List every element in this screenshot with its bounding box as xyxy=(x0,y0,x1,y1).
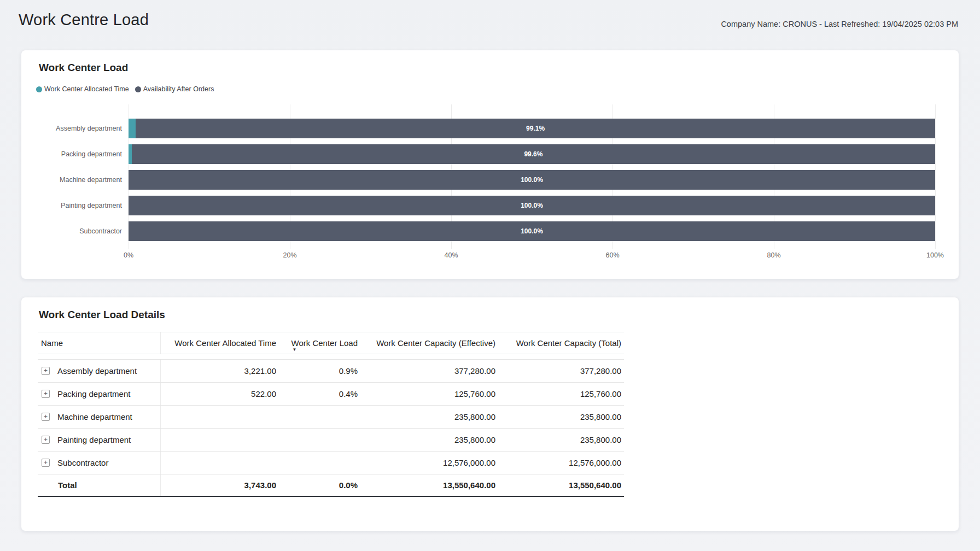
x-axis-tick-label: 40% xyxy=(429,251,473,259)
chart-card: Work Center Load Work Center Allocated T… xyxy=(21,50,959,279)
capacity-effective-cell: 235,800.00 xyxy=(360,435,498,444)
capacity-effective-cell: 12,576,000.00 xyxy=(360,458,498,467)
category-label: Packing department xyxy=(21,144,122,164)
allocated-time-cell: 3,221.00 xyxy=(161,366,279,376)
table-total-row: Total3,743.000.0%13,550,640.0013,550,640… xyxy=(38,474,624,497)
x-axis-tick-label: 100% xyxy=(913,251,957,259)
total-row-label: Total xyxy=(41,480,77,490)
capacity-total-cell: 235,800.00 xyxy=(498,435,624,444)
column-header-label: Work Center Capacity (Effective) xyxy=(376,338,495,348)
category-label: Subcontractor xyxy=(21,221,122,241)
column-header-name[interactable]: Name xyxy=(38,332,161,354)
bar-data-label: 100.0% xyxy=(521,227,543,235)
column-header-work-center-allocated-time[interactable]: Work Center Allocated Time xyxy=(161,338,279,348)
bar-chart-plot: 0%20%40%60%80%100%Assembly department99.… xyxy=(21,50,959,279)
category-label: Painting department xyxy=(21,196,122,215)
column-header-work-center-capacity-total[interactable]: Work Center Capacity (Total) xyxy=(498,338,624,348)
chart-bar-row: Subcontractor100.0% xyxy=(21,221,959,241)
work-center-details-table: NameWork Center Allocated TimeWork Cente… xyxy=(38,332,624,497)
x-axis-tick-label: 60% xyxy=(591,251,634,259)
table-title: Work Center Load Details xyxy=(39,309,165,321)
sort-descending-icon: ▼ xyxy=(293,347,297,352)
bar-track: 99.6% xyxy=(129,144,935,164)
bar-data-label: 99.6% xyxy=(524,150,542,158)
row-name-label: Machine department xyxy=(57,412,132,421)
company-refresh-info: Company Name: CRONUS - Last Refreshed: 1… xyxy=(721,20,958,28)
table-row: +Machine department235,800.00235,800.00 xyxy=(38,405,624,428)
chart-bar-row: Painting department100.0% xyxy=(21,196,959,215)
row-name-label: Painting department xyxy=(57,435,131,444)
column-header-label: Work Center Load▼ xyxy=(291,338,358,348)
row-name-cell: +Packing department xyxy=(38,383,161,405)
table-row: +Painting department235,800.00235,800.00 xyxy=(38,428,624,451)
capacity-total-cell: 377,280.00 xyxy=(498,366,624,376)
bar-track: 100.0% xyxy=(129,196,935,215)
bar-data-label: 99.1% xyxy=(526,125,545,132)
x-axis-tick-label: 20% xyxy=(268,251,312,259)
bar-data-label: 100.0% xyxy=(521,176,543,184)
table-card: Work Center Load Details NameWork Center… xyxy=(21,297,959,531)
load-percent-cell: 0.4% xyxy=(279,389,360,398)
table-header-row: NameWork Center Allocated TimeWork Cente… xyxy=(38,332,624,354)
expand-row-icon[interactable]: + xyxy=(42,413,50,421)
category-label: Machine department xyxy=(21,170,122,190)
column-header-work-center-load[interactable]: Work Center Load▼ xyxy=(279,338,360,348)
x-axis-tick-label: 0% xyxy=(107,251,150,259)
x-axis-tick-label: 80% xyxy=(752,251,796,259)
bar-segment-availability-after-orders[interactable]: 100.0% xyxy=(129,221,935,241)
bar-segment-availability-after-orders[interactable]: 99.1% xyxy=(136,119,935,138)
row-name-label: Packing department xyxy=(57,389,130,398)
page-header: Work Centre Load Company Name: CRONUS - … xyxy=(0,0,980,41)
column-header-label: Work Center Capacity (Total) xyxy=(516,338,621,348)
table-row: +Assembly department3,221.000.9%377,280.… xyxy=(38,359,624,382)
row-name-label: Subcontractor xyxy=(57,458,108,467)
allocated-time-cell: 522.00 xyxy=(161,389,279,398)
bar-data-label: 100.0% xyxy=(521,202,543,209)
table-row: +Subcontractor12,576,000.0012,576,000.00 xyxy=(38,451,624,474)
bar-track: 100.0% xyxy=(129,221,935,241)
table-row: +Packing department522.000.4%125,760.001… xyxy=(38,382,624,405)
bar-segment-availability-after-orders[interactable]: 100.0% xyxy=(129,196,935,215)
capacity-effective-cell: 13,550,640.00 xyxy=(360,480,498,490)
capacity-total-cell: 13,550,640.00 xyxy=(498,480,624,490)
capacity-effective-cell: 235,800.00 xyxy=(360,412,498,421)
expand-row-icon[interactable]: + xyxy=(42,390,50,398)
row-name-cell: +Machine department xyxy=(38,406,161,428)
capacity-total-cell: 12,576,000.00 xyxy=(498,458,624,467)
row-name-cell: +Assembly department xyxy=(38,360,161,382)
chart-bar-row: Assembly department99.1% xyxy=(21,119,959,138)
bar-track: 100.0% xyxy=(129,170,935,190)
capacity-effective-cell: 125,760.00 xyxy=(360,389,498,398)
capacity-total-cell: 235,800.00 xyxy=(498,412,624,421)
bar-segment-allocated-time[interactable] xyxy=(129,119,136,138)
capacity-total-cell: 125,760.00 xyxy=(498,389,624,398)
page-title: Work Centre Load xyxy=(19,11,149,29)
capacity-effective-cell: 377,280.00 xyxy=(360,366,498,376)
expand-row-icon[interactable]: + xyxy=(42,436,50,444)
category-label: Assembly department xyxy=(21,119,122,138)
row-name-cell: +Subcontractor xyxy=(38,452,161,474)
expand-row-icon[interactable]: + xyxy=(42,459,50,467)
chart-bar-row: Packing department99.6% xyxy=(21,144,959,164)
column-header-label: Work Center Allocated Time xyxy=(174,338,276,348)
load-percent-cell: 0.0% xyxy=(279,480,360,490)
row-name-label: Assembly department xyxy=(57,366,137,376)
chart-bar-row: Machine department100.0% xyxy=(21,170,959,190)
allocated-time-cell: 3,743.00 xyxy=(161,480,279,490)
load-percent-cell: 0.9% xyxy=(279,366,360,376)
expand-row-icon[interactable]: + xyxy=(42,367,50,375)
bar-track: 99.1% xyxy=(129,119,935,138)
bar-segment-availability-after-orders[interactable]: 99.6% xyxy=(132,144,935,164)
column-header-label: Name xyxy=(41,338,63,348)
row-name-cell: Total xyxy=(38,474,161,496)
bar-segment-availability-after-orders[interactable]: 100.0% xyxy=(129,170,935,190)
column-header-work-center-capacity-effective[interactable]: Work Center Capacity (Effective) xyxy=(360,338,498,348)
row-name-cell: +Painting department xyxy=(38,429,161,451)
